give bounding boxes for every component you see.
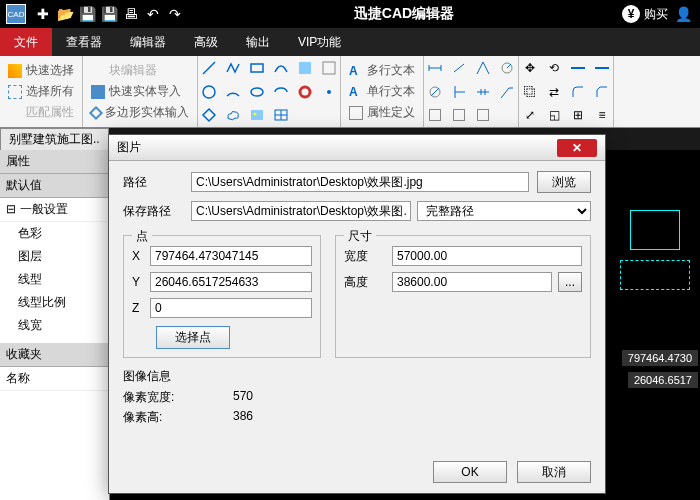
dim-radius-icon[interactable] xyxy=(498,59,516,77)
tab-advanced[interactable]: 高级 xyxy=(180,28,232,56)
offset-icon[interactable]: ≡ xyxy=(593,106,611,124)
mirror-icon[interactable]: ⇄ xyxy=(545,83,563,101)
tab-editor[interactable]: 编辑器 xyxy=(116,28,180,56)
dim-leader-icon[interactable] xyxy=(498,83,516,101)
cloud-icon[interactable] xyxy=(224,106,242,124)
select-point-button[interactable]: 选择点 xyxy=(156,326,230,349)
tab-output[interactable]: 输出 xyxy=(232,28,284,56)
svg-line-21 xyxy=(431,88,439,96)
ok-button[interactable]: OK xyxy=(433,461,507,483)
coord-x-readout: 797464.4730 xyxy=(622,350,698,366)
currency-icon[interactable]: ¥ xyxy=(622,5,640,23)
image-info-block: 图像信息 像素宽度:570 像素高:386 xyxy=(123,368,591,426)
name-row[interactable]: 名称 xyxy=(0,367,109,391)
array-icon[interactable]: ⊞ xyxy=(569,106,587,124)
x-input[interactable] xyxy=(150,246,312,266)
tab-file[interactable]: 文件 xyxy=(0,28,52,56)
menubar: 文件 查看器 编辑器 高级 输出 VIP功能 xyxy=(0,28,700,56)
spline-icon[interactable] xyxy=(272,59,290,77)
svg-rect-9 xyxy=(251,110,263,120)
save-mode-select[interactable]: 完整路径 xyxy=(417,201,591,221)
dim-continue-icon[interactable] xyxy=(474,83,492,101)
tab-vip[interactable]: VIP功能 xyxy=(284,28,355,56)
region-icon[interactable] xyxy=(320,59,338,77)
trim-icon[interactable] xyxy=(569,59,587,77)
polygon-tool-icon[interactable] xyxy=(200,106,218,124)
layer-row[interactable]: 图层 xyxy=(0,245,109,268)
close-icon[interactable]: ✕ xyxy=(557,139,597,157)
svg-line-17 xyxy=(454,64,464,72)
path-input[interactable] xyxy=(191,172,529,192)
ellipse-icon[interactable] xyxy=(248,83,266,101)
color-row[interactable]: 色彩 xyxy=(0,222,109,245)
hatch-icon[interactable] xyxy=(296,59,314,77)
open-icon[interactable]: 📂 xyxy=(54,3,76,25)
fast-import-button[interactable]: 快速实体导入 xyxy=(91,83,189,100)
attdef-button[interactable]: 属性定义 xyxy=(349,104,415,121)
buy-label[interactable]: 购买 xyxy=(644,6,668,23)
extend-icon[interactable] xyxy=(593,59,611,77)
ellipse-arc-icon[interactable] xyxy=(272,83,290,101)
dialog-title-text: 图片 xyxy=(117,139,141,156)
arc-icon[interactable] xyxy=(224,83,242,101)
redo-icon[interactable]: ↷ xyxy=(164,3,186,25)
stext-button[interactable]: A单行文本 xyxy=(349,83,415,100)
dim-misc1-icon[interactable] xyxy=(426,106,444,124)
linetype-row[interactable]: 线型 xyxy=(0,268,109,291)
dim-tolerance-icon[interactable] xyxy=(474,106,492,124)
line-icon[interactable] xyxy=(200,59,218,77)
px-height-value: 386 xyxy=(233,409,253,426)
chamfer-icon[interactable] xyxy=(593,83,611,101)
scale-icon[interactable]: ◱ xyxy=(545,106,563,124)
width-input[interactable] xyxy=(392,246,582,266)
attdef-icon xyxy=(349,106,363,120)
cancel-button[interactable]: 取消 xyxy=(517,461,591,483)
point-icon[interactable] xyxy=(320,83,338,101)
fillet-icon[interactable] xyxy=(569,83,587,101)
ltscale-row[interactable]: 线型比例 xyxy=(0,291,109,314)
donut-icon[interactable] xyxy=(296,83,314,101)
undo-icon[interactable]: ↶ xyxy=(142,3,164,25)
dim-ordinate-icon[interactable] xyxy=(450,83,468,101)
image-icon[interactable] xyxy=(248,106,266,124)
z-input[interactable] xyxy=(150,298,312,318)
document-tab[interactable]: 别墅建筑施工图.. xyxy=(0,128,109,151)
dim-angular-icon[interactable] xyxy=(474,59,492,77)
stretch-icon[interactable]: ⤢ xyxy=(521,106,539,124)
dim-linear-icon[interactable] xyxy=(426,59,444,77)
table-icon[interactable] xyxy=(272,106,290,124)
save-icon[interactable]: 💾 xyxy=(76,3,98,25)
height-input[interactable] xyxy=(392,272,552,292)
rotate-icon[interactable]: ⟲ xyxy=(545,59,563,77)
copy-icon[interactable]: ⿻ xyxy=(521,83,539,101)
save-all-icon[interactable]: 💾 xyxy=(98,3,120,25)
titlebar: CAD ✚ 📂 💾 💾 🖶 ↶ ↷ 迅捷CAD编辑器 ¥ 购买 👤 xyxy=(0,0,700,28)
y-input[interactable] xyxy=(150,272,312,292)
quick-select-button[interactable]: 快速选择 xyxy=(8,62,74,79)
svg-line-19 xyxy=(507,64,511,68)
rect-icon[interactable] xyxy=(248,59,266,77)
new-icon[interactable]: ✚ xyxy=(32,3,54,25)
select-all-button[interactable]: 选择所有 xyxy=(8,83,74,100)
circle-icon[interactable] xyxy=(200,83,218,101)
mtext-button[interactable]: A多行文本 xyxy=(349,62,415,79)
lineweight-row[interactable]: 线宽 xyxy=(0,314,109,337)
svg-rect-3 xyxy=(323,62,335,74)
polyline-icon[interactable] xyxy=(224,59,242,77)
svg-point-10 xyxy=(254,112,257,115)
move-icon[interactable]: ✥ xyxy=(521,59,539,77)
height-more-button[interactable]: ... xyxy=(558,272,582,292)
dim-misc2-icon[interactable] xyxy=(450,106,468,124)
ribbon: 快速选择 选择所有 匹配属性 块编辑器 快速实体导入 多边形实体输入 xyxy=(0,56,700,128)
print-icon[interactable]: 🖶 xyxy=(120,3,142,25)
dim-diameter-icon[interactable] xyxy=(426,83,444,101)
user-icon[interactable]: 👤 xyxy=(672,3,694,25)
general-row[interactable]: ⊟一般设置 xyxy=(0,198,109,222)
tab-viewer[interactable]: 查看器 xyxy=(52,28,116,56)
browse-button[interactable]: 浏览 xyxy=(537,171,591,193)
point-group: 点 X Y Z 选择点 xyxy=(123,235,321,358)
save-path-input[interactable] xyxy=(191,201,411,221)
dim-aligned-icon[interactable] xyxy=(450,59,468,77)
px-width-label: 像素宽度: xyxy=(123,389,233,406)
poly-input-button[interactable]: 多边形实体输入 xyxy=(91,104,189,121)
